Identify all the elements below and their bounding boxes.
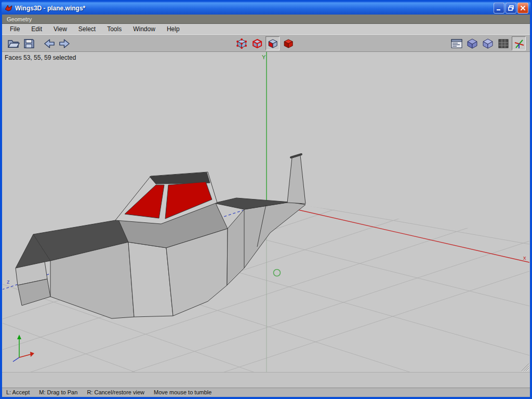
menu-tools[interactable]: Tools <box>101 24 127 34</box>
save-button[interactable] <box>22 36 36 50</box>
smooth-shaded-icon <box>466 37 478 50</box>
wings3d-window: { "window": { "title": "Wings3D - plane.… <box>0 0 532 399</box>
edge-mode-icon <box>251 37 263 50</box>
flat-shaded-icon <box>482 37 494 50</box>
minimize-button[interactable] <box>494 3 504 14</box>
geometry-graph-button[interactable] <box>449 36 463 50</box>
geometry-window-titlebar[interactable]: Geometry <box>2 15 530 24</box>
menu-select[interactable]: Select <box>73 24 101 34</box>
view-axes-indicator <box>13 335 34 362</box>
axes-icon <box>513 37 525 50</box>
edge-mode-button[interactable] <box>250 36 264 50</box>
menu-view[interactable]: View <box>48 24 73 34</box>
body-mode-button[interactable] <box>281 36 295 50</box>
face-mode-button[interactable] <box>265 36 280 50</box>
face-mode-icon <box>267 37 279 50</box>
fuselage-side-face[interactable] <box>128 242 173 317</box>
app-icon <box>5 4 13 12</box>
airplane-model[interactable] <box>16 154 305 318</box>
tail-fin-face[interactable] <box>287 155 305 204</box>
wireframe-icon <box>497 37 510 50</box>
maximize-button[interactable] <box>506 3 516 14</box>
menu-window[interactable]: Window <box>127 24 161 34</box>
wireframe-button[interactable] <box>496 36 510 50</box>
body-mode-icon <box>282 37 295 50</box>
smooth-shaded-button[interactable] <box>465 36 479 50</box>
status-right-mouse: R: Cancel/restore view <box>87 389 144 395</box>
geometry-graph-icon <box>450 37 463 50</box>
y-axis-label: Y <box>262 54 266 60</box>
close-button[interactable] <box>517 3 528 14</box>
menu-file[interactable]: File <box>4 24 25 34</box>
save-icon <box>23 37 35 50</box>
axes-button[interactable] <box>512 36 526 50</box>
workspace-background <box>2 372 530 388</box>
flat-shaded-button[interactable] <box>481 36 495 50</box>
statusbar: L: Accept M: Drag to Pan R: Cancel/resto… <box>2 388 530 397</box>
selection-info-text: Faces 53, 55, 59 selected <box>5 54 76 61</box>
rotation-center-indicator <box>274 270 281 276</box>
z-axis-label: z <box>7 278 10 285</box>
forward-arrow-icon <box>58 37 71 50</box>
back-arrow-icon <box>43 37 56 50</box>
titlebar[interactable]: Wings3D - plane.wings* <box>2 2 530 15</box>
status-left-mouse: L: Accept <box>6 389 30 395</box>
toolbar <box>2 34 530 52</box>
status-middle-mouse: M: Drag to Pan <box>39 389 77 395</box>
open-icon <box>7 37 20 50</box>
resize-grip[interactable] <box>522 364 529 371</box>
status-hint: Move mouse to tumble <box>154 389 211 395</box>
menubar: File Edit View Select Tools Window Help <box>2 24 530 34</box>
geometry-window-title: Geometry <box>7 16 32 22</box>
viewport-3d[interactable]: Y x z Faces 53, 55, 59 selected <box>2 52 530 372</box>
vertex-mode-button[interactable] <box>234 36 248 50</box>
menu-help[interactable]: Help <box>161 24 185 34</box>
open-button[interactable] <box>6 36 20 50</box>
undo-button[interactable] <box>42 36 56 50</box>
redo-button[interactable] <box>58 36 72 50</box>
vertex-mode-icon <box>235 37 248 50</box>
x-axis-label: x <box>523 255 526 261</box>
menu-edit[interactable]: Edit <box>25 24 48 34</box>
x-axis <box>267 203 529 262</box>
window-title: Wings3D - plane.wings* <box>15 5 494 12</box>
